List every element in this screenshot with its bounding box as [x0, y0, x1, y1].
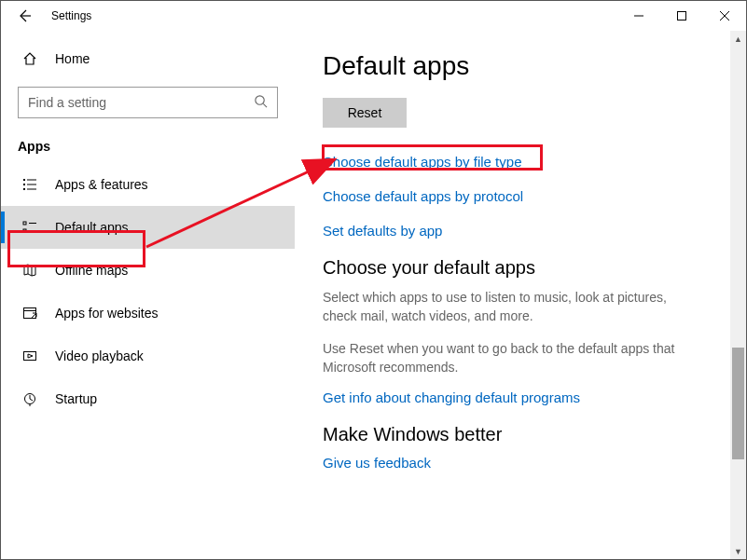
video-icon [21, 348, 38, 363]
sidebar-item-offline-maps[interactable]: Offline maps [1, 249, 295, 292]
choose-defaults-heading: Choose your default apps [323, 257, 718, 279]
sidebar-item-default-apps[interactable]: Default apps [1, 206, 295, 249]
svg-rect-7 [23, 184, 25, 185]
main-content: Default apps Reset Choose default apps b… [295, 31, 746, 559]
reset-button[interactable]: Reset [323, 98, 407, 128]
make-better-heading: Make Windows better [323, 424, 718, 445]
websites-icon [21, 306, 38, 321]
minimize-button[interactable] [617, 2, 660, 30]
choose-defaults-body2: Use Reset when you want to go back to th… [323, 339, 696, 377]
home-icon [21, 51, 38, 66]
svg-rect-1 [678, 12, 686, 20]
sidebar-section-header: Apps [1, 130, 295, 163]
link-feedback[interactable]: Give us feedback [323, 455, 718, 471]
svg-rect-8 [23, 188, 25, 190]
maximize-button[interactable] [660, 2, 703, 30]
svg-rect-12 [23, 222, 26, 225]
nav-home[interactable]: Home [1, 40, 295, 77]
svg-line-5 [263, 103, 267, 107]
search-input[interactable]: Find a setting [18, 87, 278, 118]
back-button[interactable] [10, 2, 38, 30]
link-set-defaults-by-app[interactable]: Set defaults by app [323, 223, 718, 239]
svg-line-23 [30, 399, 33, 401]
sidebar-item-label: Video playback [55, 348, 144, 363]
svg-point-4 [256, 96, 264, 104]
nav-home-label: Home [55, 51, 90, 66]
search-icon [254, 94, 268, 111]
close-button[interactable] [703, 2, 746, 30]
defaults-icon [21, 220, 38, 235]
page-title: Default apps [323, 51, 718, 81]
svg-rect-20 [24, 352, 36, 361]
link-get-info[interactable]: Get info about changing default programs [323, 389, 718, 405]
scroll-thumb[interactable] [732, 348, 744, 459]
window-controls [617, 2, 746, 30]
sidebar-item-video-playback[interactable]: Video playback [1, 335, 295, 377]
svg-rect-6 [23, 179, 25, 181]
sidebar-item-apps-for-websites[interactable]: Apps for websites [1, 292, 295, 335]
svg-rect-13 [23, 229, 26, 232]
sidebar-item-label: Default apps [55, 220, 129, 235]
titlebar: Settings [1, 1, 746, 31]
sidebar: Home Find a setting Apps Apps & features… [1, 31, 295, 559]
search-placeholder: Find a setting [28, 95, 106, 110]
link-choose-by-filetype[interactable]: Choose default apps by file type [323, 154, 718, 170]
startup-icon [21, 391, 38, 406]
window-title: Settings [51, 9, 91, 22]
sidebar-item-label: Offline maps [55, 263, 128, 278]
link-choose-by-protocol[interactable]: Choose default apps by protocol [323, 188, 718, 204]
sidebar-item-label: Apps & features [55, 177, 148, 192]
list-icon [21, 177, 38, 192]
scroll-down-arrow[interactable]: ▼ [730, 543, 746, 559]
vertical-scrollbar[interactable]: ▲ ▼ [730, 31, 746, 559]
sidebar-item-label: Startup [55, 391, 97, 406]
scroll-up-arrow[interactable]: ▲ [730, 31, 746, 47]
sidebar-item-startup[interactable]: Startup [1, 377, 295, 420]
sidebar-item-label: Apps for websites [55, 306, 159, 321]
choose-defaults-body1: Select which apps to use to listen to mu… [323, 288, 696, 326]
map-icon [21, 263, 38, 278]
sidebar-item-apps-features[interactable]: Apps & features [1, 163, 295, 206]
